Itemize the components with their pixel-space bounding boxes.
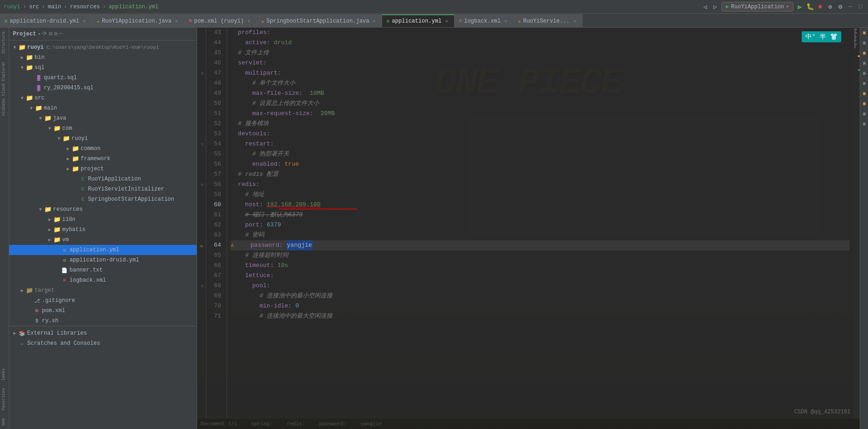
tree-item-src[interactable]: ▼ 📁 src (9, 93, 197, 103)
code-line-48[interactable]: # 单个文件大小 (231, 78, 850, 88)
tree-item-ext-libs[interactable]: ▶ 📚 External Libraries (9, 328, 197, 338)
tree-arrow[interactable]: ▶ (18, 54, 26, 61)
tab-ruoyi-servlet[interactable]: ☕ RuoYiServle... ✕ (513, 14, 583, 27)
right-panel-icon-9[interactable]: ▣ (860, 110, 868, 118)
navigate-forward-icon[interactable]: ▷ (711, 3, 719, 11)
tree-item-scratches[interactable]: ✏ Scratches and Consoles (9, 338, 197, 348)
stop-button[interactable]: ■ (816, 3, 824, 11)
tab-close-icon[interactable]: ✕ (572, 18, 577, 24)
code-line-56[interactable]: enabled: true (231, 159, 850, 169)
tree-item-vm[interactable]: ▶ 📁 vm (9, 235, 197, 245)
tree-arrow[interactable]: ▶ (46, 236, 53, 243)
warning-gutter-icon[interactable]: ⚠ (200, 243, 203, 249)
tree-item-target[interactable]: ▶ 📁 target (9, 285, 197, 296)
tree-arrow[interactable]: ▶ (11, 330, 18, 337)
breadcrumb-src[interactable]: src (29, 4, 39, 10)
code-line-59[interactable]: # 地址 (231, 190, 850, 200)
tab-logback[interactable]: ≡ logback.xml ✕ (454, 14, 513, 27)
tree-arrow[interactable]: ▶ (64, 155, 72, 162)
tree-item-ruoyi-app[interactable]: C RuoYiApplication (9, 174, 197, 184)
settings-icon[interactable]: ⚙ (837, 3, 844, 11)
code-line-62[interactable]: port: 6379 (231, 220, 850, 230)
code-line-46[interactable]: servlet: (231, 58, 850, 68)
tab-close-icon[interactable]: ✕ (174, 18, 180, 24)
vtab-cloud-explorer[interactable]: Alibaba Cloud Explorer (0, 58, 9, 120)
minimap[interactable] (853, 28, 860, 418)
tree-item-com[interactable]: ▼ 📁 com (9, 123, 197, 133)
fold-icon[interactable]: ⊟ (201, 182, 204, 187)
minimize-icon[interactable]: — (847, 3, 854, 11)
tree-item-bin[interactable]: ▶ 📁 bin (9, 52, 197, 63)
tab-close-icon[interactable]: ✕ (246, 18, 252, 24)
tree-arrow[interactable]: ▼ (18, 94, 26, 102)
tree-item-rysh[interactable]: $ ry.sh (9, 316, 197, 326)
vtab-leeks[interactable]: leeks (0, 365, 9, 384)
code-line-57[interactable]: # redis 配置 (231, 169, 850, 180)
tree-item-resources[interactable]: ▼ 📁 resources (9, 204, 197, 214)
code-line-61[interactable]: # 端口，默认为6379 (231, 210, 850, 220)
right-panel-icon-1[interactable]: ▣ (860, 29, 868, 37)
collapse-icon[interactable]: ⊟ (49, 30, 52, 37)
right-scrollbar[interactable] (853, 28, 860, 418)
tree-item-ruoyi[interactable]: ▼ 📁 ruoyi C:\Users\yang\Desktop\RuoYi-Vu… (9, 42, 197, 52)
code-line-47[interactable]: multipart: (231, 68, 850, 78)
tree-item-quartz[interactable]: ▓ quartz.sql (9, 73, 197, 83)
tree-arrow[interactable]: ▼ (18, 64, 26, 71)
tree-arrow[interactable]: ▶ (64, 145, 72, 152)
breadcrumb-resources[interactable]: resources (70, 4, 100, 10)
fold-icon[interactable]: ⊟ (201, 142, 204, 147)
tab-close-icon[interactable]: ✕ (444, 18, 449, 24)
right-panel-icon-5[interactable]: ▣ (860, 69, 868, 77)
tree-item-springboot-app[interactable]: C SpringbootStartApplication (9, 194, 197, 204)
code-line-63[interactable]: # 密码 (231, 230, 850, 240)
tree-item-java[interactable]: ▼ 📁 java (9, 113, 197, 123)
tab-close-icon[interactable]: ✕ (503, 18, 508, 24)
tree-arrow[interactable]: ▶ (46, 216, 53, 223)
tree-arrow[interactable]: ▶ (46, 226, 53, 233)
code-line-68[interactable]: pool: (231, 281, 850, 291)
code-line-67[interactable]: lettuce: (231, 271, 850, 281)
right-panel-icon-6[interactable]: ▣ (860, 79, 868, 87)
code-line-44[interactable]: active: druid (231, 38, 850, 48)
debug-button[interactable]: 🐛 (806, 3, 814, 11)
code-line-65[interactable]: # 连接超时时间 (231, 250, 850, 261)
tab-application-druid[interactable]: ⚙ application-druid.yml ✕ (0, 14, 92, 27)
code-line-66[interactable]: timeout: 10s (231, 261, 850, 271)
coverage-button[interactable]: ⚙ (827, 3, 834, 11)
tree-item-main[interactable]: ▼ 📁 main (9, 103, 197, 113)
tree-arrow[interactable]: ▼ (55, 135, 63, 142)
right-panel-icon-2[interactable]: ▣ (860, 39, 868, 47)
tree-arrow[interactable]: ▶ (18, 287, 26, 294)
code-line-43[interactable]: profiles: (231, 28, 850, 38)
run-config-dropdown[interactable]: ▾ (786, 3, 789, 10)
fold-icon[interactable]: ⊟ (201, 71, 204, 76)
tab-ruoyi-application[interactable]: ☕ RuoYiApplication.java ✕ (92, 14, 184, 27)
right-panel-icon-10[interactable]: ▣ (860, 120, 868, 128)
tree-item-ry-sql[interactable]: ▓ ry_20200415.sql (9, 83, 197, 93)
code-line-45[interactable]: # 文件上传 (231, 48, 850, 58)
code-line-70[interactable]: min-idle: 0 (231, 301, 850, 311)
tree-item-i18n[interactable]: ▶ 📁 i18n (9, 214, 197, 225)
settings-gear-icon[interactable]: ⚙ (54, 30, 58, 37)
tree-item-ruoyi-pkg[interactable]: ▼ 📁 ruoyi (9, 133, 197, 144)
code-line-69[interactable]: # 连接池中的最小空闲连接 (231, 291, 850, 301)
vtab-web[interactable]: Web (0, 414, 9, 429)
navigate-back-icon[interactable]: ◁ (701, 3, 709, 11)
breadcrumb-ruoyi[interactable]: ruoyi (4, 4, 20, 10)
code-line-52[interactable]: # 服务模块 (231, 119, 850, 129)
tree-arrow[interactable]: ▼ (11, 44, 18, 51)
code-lines[interactable]: profiles: active: druid # 文件上传 servlet: (227, 28, 853, 418)
code-line-55[interactable]: # 热部署开关 (231, 149, 850, 159)
code-line-50[interactable]: # 设置总上传的文件大小 (231, 99, 850, 109)
tree-item-gitignore[interactable]: ⎇ .gitignore (9, 296, 197, 306)
breadcrumb-file[interactable]: application.yml (109, 4, 158, 10)
tab-close-icon[interactable]: ✕ (82, 18, 87, 24)
code-line-54[interactable]: restart: (231, 139, 850, 149)
sidebar-dropdown-icon[interactable]: ▾ (38, 31, 41, 37)
tab-pom[interactable]: m pom.xml (ruoyi) ✕ (185, 14, 257, 27)
tree-item-application-yml[interactable]: ⚙ application.yml (9, 245, 197, 255)
breadcrumb-main[interactable]: main (48, 4, 61, 10)
right-panel-icon-8[interactable]: ▣ (860, 99, 868, 108)
maximize-icon[interactable]: □ (857, 3, 864, 11)
run-button[interactable]: ▶ (796, 3, 804, 11)
